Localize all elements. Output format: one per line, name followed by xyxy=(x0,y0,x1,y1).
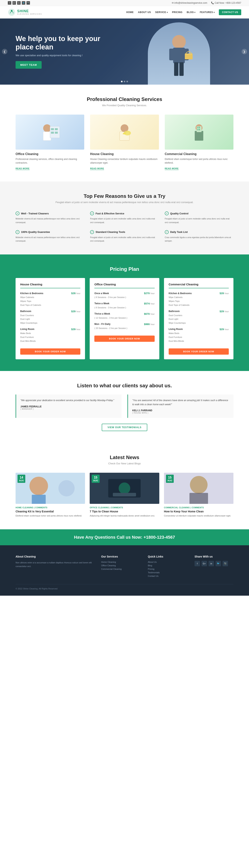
svg-rect-15 xyxy=(51,132,54,134)
pricing-row-office-1: Once a Week $270/ hour ( 8 Sessions - 3 … xyxy=(94,292,154,299)
footer-copyright: © 2022 Shine Cleaning. All Rights Reserv… xyxy=(15,588,57,590)
service-desc-house: House Cleaning consectetur terdium vulpu… xyxy=(90,157,159,165)
news-image-svg-1 xyxy=(15,473,85,504)
footer-quicklink-1[interactable]: About Us xyxy=(148,561,187,563)
reason-item-3: ✓ Quality Control Feugiat etiam ut justo… xyxy=(165,212,234,224)
hero-dot-3[interactable] xyxy=(126,81,128,82)
testimonial-name-1: JAMES FEDRALLE xyxy=(21,405,117,408)
testimonial-text-2: "You are awesome! All of the cleaners ha… xyxy=(132,398,229,406)
services-grid: Office Cleaning Professional cleaning se… xyxy=(15,115,234,170)
reason-icon-2: ✓ xyxy=(90,212,94,215)
logo-svg xyxy=(8,8,15,16)
testimonial-role-1: ( MANAGER ) xyxy=(21,408,117,410)
pricing-card-house: House Cleaning Kitchen & Bedrooms $28/ h… xyxy=(15,278,85,359)
hero-dot-1[interactable] xyxy=(121,81,123,82)
logo-text: SHINE CLEANING SERVICES xyxy=(17,9,42,15)
news-subtitle: Check Our New Latest Blogs xyxy=(15,462,234,465)
hero-dots xyxy=(121,81,128,82)
pricing-book-button-office[interactable]: BOOK YOUR ORDER NOW xyxy=(94,336,154,342)
news-card-1: 14 AUG HOME CLEANING | Comments Cleaning… xyxy=(15,473,85,518)
footer-quicklink-4[interactable]: Testimonials xyxy=(148,571,187,574)
news-image-1: 14 AUG xyxy=(15,473,85,504)
footer-service-item-1[interactable]: Home Cleaning xyxy=(101,561,140,563)
pricing-row-commercial-3: Living Room $29/ hour Make BedsDust Furn… xyxy=(169,328,229,343)
footer-googleplus-icon[interactable]: G+ xyxy=(201,561,207,566)
news-article-title-2[interactable]: 7 Tips to Clean House xyxy=(90,510,159,513)
footer-instagram-icon[interactable]: 📷 xyxy=(222,561,228,566)
news-section: Latest News Check Our New Latest Blogs 1… xyxy=(0,443,249,529)
logo: SHINE CLEANING SERVICES xyxy=(8,8,42,16)
footer-services-title: Our Services xyxy=(101,555,140,558)
pricing-row-house-2: Bathroom $29/ hour Dust CountersDust Lig… xyxy=(20,310,80,325)
nav-home[interactable]: HOME xyxy=(126,11,134,13)
news-date-2: 15 AUG xyxy=(92,475,99,483)
facebook-icon[interactable]: f xyxy=(8,1,11,5)
reasons-title: Top Few Reasons to Give us a Try xyxy=(15,193,234,199)
reason-title-2: ✓ Fast & Effective Service xyxy=(90,212,159,215)
nav-about[interactable]: ABOUT US xyxy=(138,11,151,13)
news-article-title-3[interactable]: How to Keep Your Home Clean xyxy=(164,510,234,513)
footer-facebook-icon[interactable]: f xyxy=(194,561,200,566)
hero-dot-2[interactable] xyxy=(124,81,125,82)
footer-twitter-icon[interactable]: 🐦 xyxy=(216,561,221,566)
hero-meet-team-button[interactable]: MEET TEAM xyxy=(15,61,42,69)
news-excerpt-1: Eleifend etiam scelerisque tortor sed po… xyxy=(15,514,85,518)
news-excerpt-2: Adipiscing elit integer lacinia malesuad… xyxy=(90,514,159,518)
news-article-title-1[interactable]: Cleaning Kit is Very Essential xyxy=(15,510,85,513)
reasons-section: Top Few Reasons to Give us a Try Feugiat… xyxy=(0,182,249,254)
email-icon: ✉ xyxy=(172,2,174,4)
footer-linkedin-icon[interactable]: in xyxy=(209,561,214,566)
footer-service-item-3[interactable]: Commercial Cleaning xyxy=(101,568,140,570)
cta-banner-text: Have Any Questions Call us Now: +1800-12… xyxy=(74,535,175,539)
news-card-3: 15 AUG COMMERCIAL CLEANING | Comments Ho… xyxy=(164,473,234,518)
reason-title-4: ✓ 100% Quality Guarentee xyxy=(15,230,84,234)
pricing-book-button-commercial[interactable]: BOOK YOUR ORDER NOW xyxy=(169,348,229,354)
cta-banner: Have Any Questions Call us Now: +1800-12… xyxy=(0,529,249,545)
hero-arrow-left[interactable]: ❮ xyxy=(2,49,7,54)
news-category-2: OFFICE CLEANING | Comments xyxy=(90,506,159,509)
reason-icon-1: ✓ xyxy=(15,212,20,215)
social-icons[interactable]: f G+ in 🐦 📷 xyxy=(8,1,30,5)
service-readmore-office[interactable]: READ MORE xyxy=(15,167,30,170)
reason-item-2: ✓ Fast & Effective Service Feugiat etiam… xyxy=(90,212,159,224)
nav-pricing[interactable]: PRICING xyxy=(172,11,183,13)
reason-item-4: ✓ 100% Quality Guarentee Molestie viverr… xyxy=(15,230,84,243)
footer-quicklink-3[interactable]: Pricing xyxy=(148,568,187,570)
nav-contact[interactable]: CONTACT US xyxy=(219,9,241,15)
reason-icon-3: ✓ xyxy=(165,212,169,215)
nav-features[interactable]: FEATURES xyxy=(200,11,215,13)
service-readmore-commercial[interactable]: READ MORE xyxy=(165,167,179,170)
pricing-row-commercial-2: Bathroom $29/ hour Dust CountersDust Lig… xyxy=(169,310,229,325)
service-readmore-house[interactable]: READ MORE xyxy=(90,167,104,170)
footer-quicklink-5[interactable]: Contact Us xyxy=(148,575,187,577)
svg-point-28 xyxy=(29,477,48,495)
svg-rect-6 xyxy=(174,62,178,76)
top-bar-right: ✉ info@shinecleaningservice.com 📞 Call N… xyxy=(172,2,241,4)
header: SHINE CLEANING SERVICES HOME ABOUT US SE… xyxy=(0,6,249,19)
pricing-book-button-house[interactable]: BOOK YOUR ORDER NOW xyxy=(20,348,80,354)
reason-text-6: Cras commodo ligula a uma egestas porta … xyxy=(165,236,234,243)
pricing-row-office-3: Thrice a Week $670/ hour ( 12 Sessions -… xyxy=(94,312,154,320)
nav-blog[interactable]: BLOG xyxy=(187,11,195,13)
twitter-icon[interactable]: 🐦 xyxy=(22,1,25,5)
hero-arrow-right[interactable]: ❯ xyxy=(242,49,247,54)
reason-icon-6: ✓ xyxy=(165,230,169,234)
news-image-svg-2 xyxy=(90,473,159,504)
pricing-plan-name-commercial: Commercial Cleaning xyxy=(169,283,229,288)
linkedin-icon[interactable]: in xyxy=(17,1,21,5)
footer-col-services: Our Services Home Cleaning Office Cleani… xyxy=(101,555,140,578)
footer-quicklink-2[interactable]: Blog xyxy=(148,564,187,567)
footer-service-item-2[interactable]: Office Cleaning xyxy=(101,564,140,567)
view-testimonials-button[interactable]: VIEW OUR TESTIMONIALS xyxy=(102,424,147,431)
reason-title-1: ✓ Well - Trained Cleaners xyxy=(15,212,84,215)
nav-service[interactable]: SERVICE xyxy=(155,11,168,13)
service-image-office xyxy=(15,115,84,150)
google-plus-icon[interactable]: G+ xyxy=(12,1,16,5)
pricing-card-office: Office Cleaning Once a Week $270/ hour (… xyxy=(90,278,159,359)
service-name-commercial: Commercial Cleaning xyxy=(165,152,234,156)
instagram-icon[interactable]: 📷 xyxy=(27,1,30,5)
reason-item-5: ✓ Standard Cleaning Tools Feugiat etiam … xyxy=(90,230,159,243)
services-subtitle: We Provided Quality Cleaning Services. xyxy=(15,104,234,107)
service-card-commercial: Commercial Cleaning Eleifend vitam scele… xyxy=(165,115,234,170)
testimonials-section: Listen to what our clients say about us.… xyxy=(0,371,249,443)
